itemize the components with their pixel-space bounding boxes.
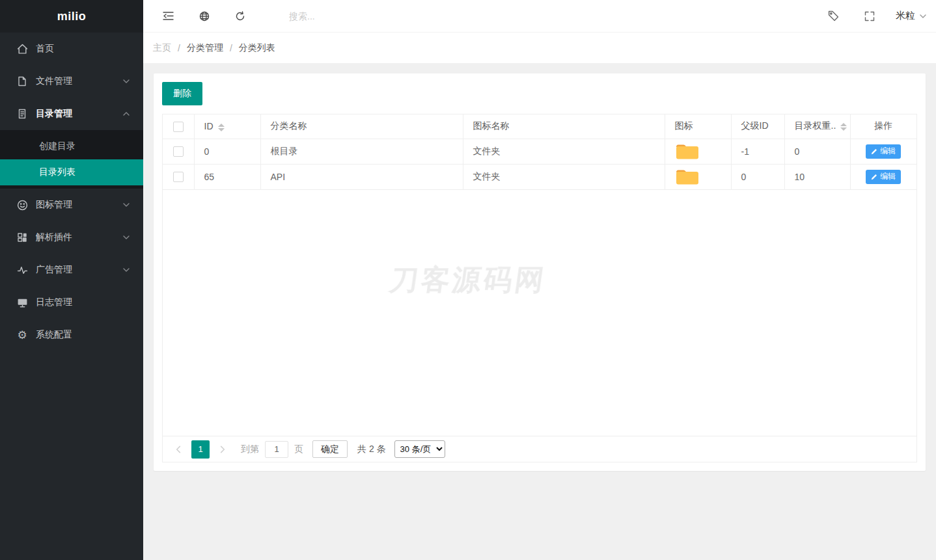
- select-all-checkbox[interactable]: [173, 122, 184, 132]
- sidebar-item-system-config[interactable]: ⚙ 系统配置: [0, 319, 143, 351]
- category-table-container: ID 分类名称 图标名称 图标 父级ID 目录权重.. 操作: [162, 114, 917, 462]
- chevron-up-icon: [122, 110, 130, 118]
- chevron-down-icon: [919, 12, 927, 20]
- sidebar-item-log-management[interactable]: 日志管理: [0, 286, 143, 319]
- chevron-down-icon: [122, 201, 130, 209]
- next-page-icon[interactable]: [215, 445, 230, 454]
- app-logo: milio: [0, 0, 143, 33]
- sidebar-item-parse-plugins[interactable]: 解析插件: [0, 221, 143, 254]
- gear-icon: ⚙: [16, 329, 28, 341]
- cell-id: 0: [194, 139, 260, 164]
- sidebar-item-icon-management[interactable]: 图标管理: [0, 189, 143, 221]
- top-bar: 米粒: [143, 0, 936, 33]
- folder-icon: [675, 168, 700, 185]
- cell-icon: [665, 164, 731, 189]
- refresh-icon[interactable]: [235, 11, 245, 21]
- sidebar-subitem-create-directory[interactable]: 创建目录: [0, 133, 143, 159]
- cell-parent-id: -1: [731, 139, 784, 164]
- cell-icon-name: 文件夹: [463, 139, 665, 164]
- sidebar-item-home[interactable]: 首页: [0, 33, 143, 65]
- directory-management-submenu: 创建目录 目录列表: [0, 130, 143, 189]
- edit-button[interactable]: 编辑: [866, 170, 901, 184]
- blocks-icon: [16, 232, 28, 243]
- row-checkbox[interactable]: [173, 146, 184, 157]
- breadcrumb-category-management: 分类管理: [187, 42, 223, 54]
- column-header-icon: 图标: [665, 114, 731, 139]
- username: 米粒: [896, 10, 915, 22]
- column-header-name: 分类名称: [260, 114, 463, 139]
- user-menu[interactable]: 米粒: [896, 10, 927, 22]
- sidebar-item-file-management[interactable]: 文件管理: [0, 65, 143, 98]
- pagination-bar: 1 到第 页 确定 共 2 条 30 条/页: [163, 436, 916, 462]
- cell-icon: [665, 139, 731, 164]
- tag-icon[interactable]: [828, 10, 839, 21]
- sort-icon[interactable]: [840, 123, 847, 131]
- home-icon: [16, 43, 28, 55]
- table-header-row: ID 分类名称 图标名称 图标 父级ID 目录权重.. 操作: [163, 114, 916, 139]
- sidebar-item-label: 日志管理: [36, 297, 130, 308]
- top-bar-right: 米粒: [803, 10, 927, 22]
- column-header-parent-id: 父级ID: [731, 114, 784, 139]
- delete-button[interactable]: 删除: [162, 82, 202, 105]
- cell-name: 根目录: [260, 139, 463, 164]
- app-logo-text: milio: [57, 10, 87, 23]
- prev-page-icon[interactable]: [171, 445, 186, 454]
- cell-id: 65: [194, 164, 260, 189]
- globe-icon[interactable]: [199, 11, 210, 21]
- smiley-icon: [16, 199, 28, 211]
- page-size-select[interactable]: 30 条/页: [394, 440, 445, 458]
- pencil-icon: [871, 148, 877, 155]
- sidebar-subitem-label: 目录列表: [39, 167, 76, 178]
- cell-weight: 10: [784, 164, 850, 189]
- category-table: ID 分类名称 图标名称 图标 父级ID 目录权重.. 操作: [163, 114, 916, 190]
- pulse-icon: [16, 264, 28, 276]
- sidebar-item-label: 图标管理: [36, 199, 122, 211]
- sidebar: milio 首页 文件管理 目录管理 创建目录 目录列表: [0, 0, 143, 560]
- row-checkbox[interactable]: [173, 172, 184, 182]
- edit-button[interactable]: 编辑: [866, 144, 901, 159]
- sidebar-item-label: 系统配置: [36, 329, 130, 341]
- breadcrumb: 主页 / 分类管理 / 分类列表: [143, 33, 936, 63]
- category-list-card: 删除 ID 分类名称 图标名称: [154, 73, 926, 471]
- content-area: 删除 ID 分类名称 图标名称: [143, 63, 936, 560]
- sidebar-subitem-label: 创建目录: [39, 140, 76, 152]
- cell-parent-id: 0: [731, 164, 784, 189]
- monitor-icon: [16, 297, 28, 308]
- collapse-sidebar-icon[interactable]: [163, 11, 174, 21]
- chevron-down-icon: [122, 266, 130, 274]
- confirm-button[interactable]: 确定: [312, 440, 348, 458]
- document-lines-icon: [16, 108, 28, 120]
- sidebar-item-ad-management[interactable]: 广告管理: [0, 254, 143, 286]
- breadcrumb-separator: /: [178, 43, 180, 53]
- search-input[interactable]: [289, 11, 432, 21]
- sidebar-item-label: 首页: [36, 43, 130, 55]
- pencil-icon: [871, 174, 877, 180]
- page-unit-label: 页: [294, 444, 303, 455]
- chevron-down-icon: [122, 233, 130, 241]
- sidebar-item-directory-management[interactable]: 目录管理: [0, 98, 143, 130]
- goto-page-label: 到第: [241, 444, 259, 455]
- breadcrumb-home[interactable]: 主页: [153, 42, 171, 54]
- column-header-id[interactable]: ID: [194, 114, 260, 139]
- sidebar-item-label: 解析插件: [36, 232, 122, 243]
- main-area: 米粒 主页 / 分类管理 / 分类列表 删除: [143, 0, 936, 560]
- cell-weight: 0: [784, 139, 850, 164]
- sidebar-item-label: 目录管理: [36, 108, 122, 120]
- sort-icon[interactable]: [218, 124, 225, 131]
- sidebar-subitem-directory-list[interactable]: 目录列表: [0, 159, 143, 185]
- fullscreen-icon[interactable]: [864, 11, 875, 21]
- breadcrumb-category-list: 分类列表: [239, 42, 275, 54]
- cell-icon-name: 文件夹: [463, 164, 665, 189]
- cell-name: API: [260, 164, 463, 189]
- table-row: 65 API 文件夹 0 10: [163, 164, 916, 189]
- chevron-down-icon: [122, 77, 130, 85]
- breadcrumb-separator: /: [230, 43, 232, 53]
- file-icon: [16, 75, 28, 87]
- sidebar-item-label: 广告管理: [36, 264, 122, 276]
- total-count-label: 共 2 条: [357, 444, 386, 455]
- column-header-weight[interactable]: 目录权重..: [784, 114, 850, 139]
- current-page-button[interactable]: 1: [191, 440, 210, 459]
- folder-icon: [675, 142, 700, 160]
- goto-page-input[interactable]: [265, 441, 288, 458]
- table-empty-space: [163, 190, 916, 436]
